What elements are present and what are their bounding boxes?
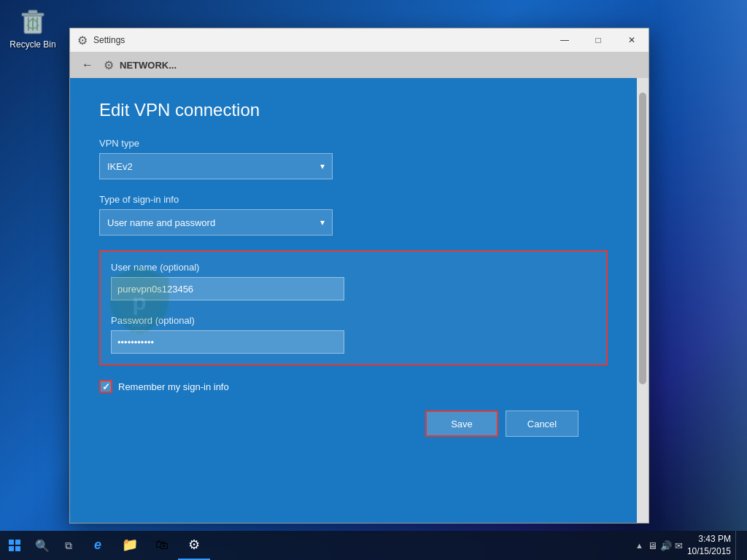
taskbar-time: 3:43 PM (687, 533, 731, 545)
taskbar-search-button[interactable]: 🔍 (29, 531, 55, 560)
cancel-button[interactable]: Cancel (506, 411, 578, 437)
recycle-bin-icon[interactable]: Recycle Bin (7, 7, 58, 50)
taskbar: 🔍 ⧉ e 📁 🛍 ⚙ ▲ (0, 531, 747, 560)
settings-window-icon: ⚙ (77, 34, 88, 47)
notification-icon: ✉ (675, 540, 683, 551)
windows-logo-icon (9, 540, 20, 551)
vpn-type-select-container[interactable]: IKEv2 PPTP L2TP/IPsec with certificate L… (99, 153, 333, 179)
credentials-section: User name (optional) Password (optional) (99, 250, 608, 365)
title-bar-controls: — □ ✕ (548, 28, 649, 52)
password-label: Password (optional) (111, 315, 596, 326)
back-button[interactable]: ← (77, 55, 98, 75)
start-button[interactable] (0, 531, 29, 560)
taskbar-task-view-button[interactable]: ⧉ (55, 531, 82, 560)
desktop: Recycle Bin ⚙ Settings — □ ✕ ← ⚙ NETWORK… (0, 0, 747, 560)
nav-gear-icon: ⚙ (104, 58, 114, 72)
minimize-button[interactable]: — (548, 28, 581, 52)
page-title: Edit VPN connection (99, 100, 608, 120)
username-input[interactable] (111, 277, 344, 300)
taskbar-app-edge[interactable]: e (82, 531, 114, 560)
username-group: User name (optional) (111, 262, 596, 300)
taskbar-app-explorer[interactable]: 📁 (114, 531, 146, 560)
vpn-type-label: VPN type (99, 138, 608, 149)
remember-row: ✓ Remember my sign-in info (99, 380, 608, 393)
edge-icon: e (94, 537, 101, 553)
task-view-icon: ⧉ (65, 540, 72, 552)
system-tray-icons: 🖥 🔊 ✉ (648, 540, 683, 551)
settings-window: ⚙ Settings — □ ✕ ← ⚙ NETWORK... (69, 28, 649, 524)
checkbox-check-icon: ✓ (102, 381, 110, 392)
network-icon: 🖥 (648, 540, 657, 551)
settings-taskbar-icon: ⚙ (188, 537, 200, 553)
taskbar-app-store[interactable]: 🛍 (146, 531, 178, 560)
title-bar-title: Settings (93, 35, 125, 45)
password-group: Password (optional) (111, 315, 596, 354)
taskbar-apps: e 📁 🛍 ⚙ (82, 531, 210, 560)
username-label: User name (optional) (111, 262, 596, 273)
sign-in-type-select-container[interactable]: User name and password Certificate ▾ (99, 209, 333, 236)
vpn-panel: p pure vpn Edit VPN connection VPN type … (70, 78, 637, 523)
title-bar: ⚙ Settings — □ ✕ (70, 28, 649, 52)
scrollbar-thumb[interactable] (639, 93, 646, 384)
sign-in-type-select[interactable]: User name and password Certificate (107, 217, 325, 228)
show-desktop-button[interactable] (735, 531, 740, 560)
search-icon: 🔍 (35, 539, 50, 553)
nav-title: NETWORK... (120, 60, 177, 71)
content-area: p pure vpn Edit VPN connection VPN type … (70, 78, 649, 523)
sign-in-type-label: Type of sign-in info (99, 194, 608, 205)
maximize-button[interactable]: □ (581, 28, 615, 52)
password-input[interactable] (111, 330, 344, 354)
taskbar-app-settings[interactable]: ⚙ (178, 531, 210, 560)
remember-label: Remember my sign-in info (118, 381, 229, 392)
nav-bar: ← ⚙ NETWORK... (70, 52, 649, 78)
taskbar-clock[interactable]: 3:43 PM 10/15/2015 (687, 533, 731, 558)
title-bar-left: ⚙ Settings (77, 34, 125, 47)
sign-in-type-group: Type of sign-in info User name and passw… (99, 194, 608, 236)
taskbar-date: 10/15/2015 (687, 545, 731, 558)
action-buttons: Save Cancel (99, 411, 608, 437)
vpn-type-group: VPN type IKEv2 PPTP L2TP/IPsec with cert… (99, 138, 608, 179)
store-icon: 🛍 (155, 537, 169, 553)
svg-rect-2 (28, 10, 37, 14)
vpn-type-select[interactable]: IKEv2 PPTP L2TP/IPsec with certificate L… (107, 161, 325, 172)
explorer-icon: 📁 (122, 537, 138, 553)
save-button[interactable]: Save (425, 411, 498, 437)
volume-icon: 🔊 (660, 540, 672, 551)
system-tray-chevron-icon[interactable]: ▲ (635, 541, 643, 550)
recycle-bin-label: Recycle Bin (9, 39, 55, 50)
scrollbar-track[interactable] (637, 78, 649, 523)
taskbar-right: ▲ 🖥 🔊 ✉ 3:43 PM 10/15/2015 (635, 531, 747, 560)
remember-checkbox[interactable]: ✓ (99, 380, 112, 393)
close-button[interactable]: ✕ (615, 28, 649, 52)
